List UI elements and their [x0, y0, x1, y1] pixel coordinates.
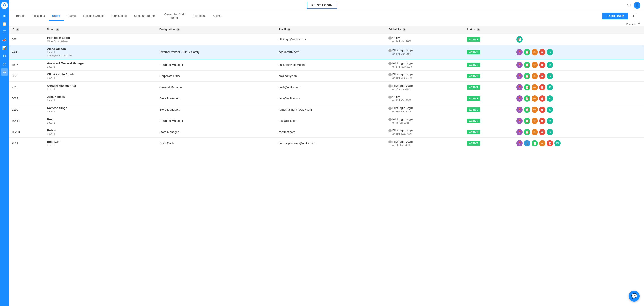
info-icon: i	[388, 49, 392, 52]
table-row[interactable]: 1517Assistant General ManagerLevel 1Resi…	[9, 59, 644, 71]
copy-icon-btn[interactable]: 📋	[524, 73, 530, 79]
table-row[interactable]: 837Client Admin AdminLevel 1Corporate Of…	[9, 71, 644, 82]
table-row[interactable]: 5022Jana KilbackLevel 1Store Manager\jan…	[9, 93, 644, 104]
edit-icon-btn[interactable]: ✏	[532, 107, 538, 113]
edit-icon-btn[interactable]: ✏	[532, 95, 538, 102]
table-row[interactable]: 10203RobertLevel 1Store Manager\re@test.…	[9, 126, 644, 138]
edit-icon-btn[interactable]: ✏	[532, 62, 538, 68]
col-added-by: Added By ▾	[386, 26, 464, 34]
tab-users[interactable]: Users	[48, 12, 64, 21]
tab-email-alerts[interactable]: Email Alerts	[108, 12, 130, 21]
edit-icon-btn[interactable]: ✏	[532, 84, 538, 90]
edit-icon-btn[interactable]: ✏	[532, 49, 538, 55]
location-icon-btn[interactable]: 📍	[516, 107, 522, 113]
sidebar-item-list[interactable]: ☰	[1, 28, 8, 35]
tab-broadcast[interactable]: Broadcast	[189, 12, 209, 21]
status-sort[interactable]: ▾	[477, 28, 480, 31]
delete-icon-btn[interactable]: 🗑	[539, 95, 546, 102]
table-row[interactable]: 771General Manager RMLevel 1General Mana…	[9, 82, 644, 93]
delete-icon-btn[interactable]: 🗑	[539, 84, 546, 90]
tab-locations[interactable]: Locations	[29, 12, 48, 21]
location-icon-btn[interactable]: 📍	[516, 84, 522, 90]
id-sort[interactable]: ▾	[16, 28, 19, 31]
copy-icon-btn[interactable]: 📋	[532, 140, 538, 146]
cell-actions: 📍📋✏🗑✉	[514, 45, 644, 59]
sidebar-item-settings[interactable]: ⚙	[1, 69, 8, 76]
delete-icon-btn[interactable]: 🗑	[539, 118, 546, 124]
email-icon-btn[interactable]: ✉	[554, 140, 560, 146]
download-button[interactable]: ⬇	[630, 13, 637, 19]
sidebar-item-clipboard[interactable]: 📋	[1, 20, 8, 27]
email-icon-btn[interactable]: ✉	[547, 73, 553, 79]
email-icon-btn[interactable]: ✉	[547, 107, 553, 113]
cell-actions: 📍📋✏🗑✉	[514, 59, 644, 71]
cell-designation: Corporate Office	[157, 71, 276, 82]
cell-added-by: i Pilot login Login on 9th Aug 2021	[386, 138, 464, 149]
sidebar-item-mail[interactable]: ✉	[1, 52, 8, 60]
cell-email: gaurav.pachauri@oditly.com	[276, 138, 386, 149]
tab-teams[interactable]: Teams	[64, 12, 80, 21]
edit-icon-btn[interactable]: ✏	[539, 140, 546, 146]
cell-status: ACTIVE	[464, 59, 514, 71]
location-icon-btn[interactable]: 📍	[516, 49, 522, 55]
delete-icon-btn[interactable]: 🗑	[539, 62, 546, 68]
info-btn[interactable]: ℹ	[524, 140, 530, 146]
location-icon-btn[interactable]: 📍	[516, 73, 522, 79]
delete-icon-btn[interactable]: 🗑	[539, 73, 546, 79]
cell-designation: Chief Cook	[157, 138, 276, 149]
copy-icon-btn[interactable]: 📋	[524, 118, 530, 124]
tab-schedule-reports[interactable]: Schedule Reports	[130, 12, 160, 21]
cell-name: Alane GibsonLevel 1Employee ID: PNF 001	[44, 45, 157, 59]
cell-name: RobertLevel 1	[44, 126, 157, 138]
cell-id: 10203	[9, 126, 44, 138]
copy-icon-btn[interactable]: 📋	[524, 49, 530, 55]
tab-location-groups[interactable]: Location Groups	[80, 12, 108, 21]
designation-sort[interactable]: ▾	[176, 28, 180, 31]
location-icon-btn[interactable]: 📍	[516, 95, 522, 102]
email-icon-btn[interactable]: ✉	[547, 49, 553, 55]
copy-icon-btn[interactable]: 📋	[524, 84, 530, 90]
tab-access[interactable]: Access	[209, 12, 226, 21]
email-icon-btn[interactable]: ✉	[547, 118, 553, 124]
copy-icon-btn[interactable]: 📋	[524, 62, 530, 68]
sidebar-item-target[interactable]: ◎	[1, 61, 8, 68]
email-sort[interactable]: ▾	[287, 28, 290, 31]
location-icon-btn[interactable]: 📍	[516, 129, 522, 135]
table-row[interactable]: 2438Alane GibsonLevel 1Employee ID: PNF …	[9, 45, 644, 59]
edit-icon-btn[interactable]: ✏	[532, 73, 538, 79]
location-icon-btn[interactable]: 📍	[516, 62, 522, 68]
sidebar-item-analytics[interactable]: 📊	[1, 44, 8, 52]
added-by-sort[interactable]: ▾	[402, 28, 406, 31]
delete-icon-btn[interactable]: 🗑	[539, 49, 546, 55]
delete-icon-btn[interactable]: 🗑	[539, 107, 546, 113]
table-row[interactable]: 10414ResiLevel 1Resident Managerresi@res…	[9, 115, 644, 126]
name-sort[interactable]: ▾	[56, 28, 59, 31]
tab-customise-audit-name[interactable]: Customise Audit Name	[161, 11, 189, 21]
email-icon-btn[interactable]: ✉	[547, 129, 553, 135]
chat-button[interactable]: 💬	[629, 291, 640, 301]
sidebar-item-dashboard[interactable]: ⊞	[1, 12, 8, 19]
sidebar-item-broadcast[interactable]: 📣	[1, 36, 8, 44]
copy-icon-btn[interactable]: 📋	[524, 107, 530, 113]
add-user-button[interactable]: + ADD USER	[602, 13, 628, 20]
email-icon-btn[interactable]: ✉	[547, 62, 553, 68]
copy-icon-btn[interactable]: 📋	[516, 36, 522, 43]
table-row[interactable]: 682Pilot login LoginClient SuperAdminpil…	[9, 34, 644, 45]
location-icon-btn[interactable]: 📍	[516, 140, 522, 146]
table-row[interactable]: 5150Ramesh SinghLevel 1Store Manager\ram…	[9, 104, 644, 115]
delete-icon-btn[interactable]: 🗑	[539, 129, 546, 135]
col-email: Email ▾	[276, 26, 386, 34]
email-icon-btn[interactable]: ✉	[547, 95, 553, 102]
cell-designation: Store Manager\	[157, 126, 276, 138]
email-icon-btn[interactable]: ✉	[547, 84, 553, 90]
copy-icon-btn[interactable]: 📋	[524, 129, 530, 135]
location-icon-btn[interactable]: 📍	[516, 118, 522, 124]
copy-icon-btn[interactable]: 📋	[524, 95, 530, 102]
table-row[interactable]: 4511Binnaz PLevel 2Chief Cookgaurav.pach…	[9, 138, 644, 149]
app-logo[interactable]	[1, 2, 8, 9]
user-avatar[interactable]: 👤	[634, 2, 640, 9]
delete-icon-btn[interactable]: 🗑	[547, 140, 553, 146]
edit-icon-btn[interactable]: ✏	[532, 118, 538, 124]
tab-brands[interactable]: Brands	[12, 12, 29, 21]
edit-icon-btn[interactable]: ✏	[532, 129, 538, 135]
